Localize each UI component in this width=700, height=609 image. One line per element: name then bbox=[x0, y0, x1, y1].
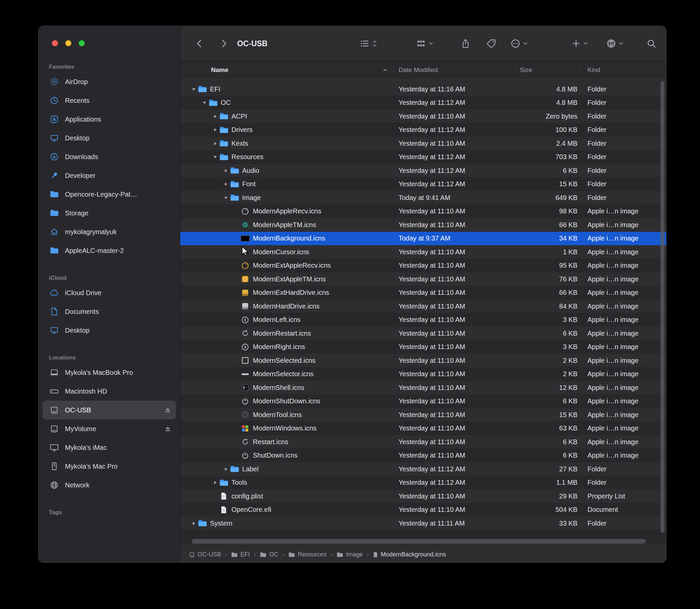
path-separator: › bbox=[330, 551, 333, 558]
column-header-size[interactable]: Size bbox=[515, 61, 580, 79]
column-header-date-modified[interactable]: Date Modified bbox=[394, 61, 515, 79]
disclosure-closed-icon[interactable] bbox=[211, 128, 219, 132]
sidebar-item-desktop[interactable]: Desktop bbox=[42, 321, 176, 340]
path-item-efi[interactable]: EFI bbox=[231, 551, 250, 558]
file-row-font[interactable]: FontYesterday at 11:12 AM15 KBFolder bbox=[180, 177, 666, 191]
path-item-modernbackground-icns[interactable]: ModernBackground.icns bbox=[373, 551, 446, 558]
folder-icon bbox=[219, 111, 228, 121]
file-row-modernselector-icns[interactable]: ModernSelector.icnsYesterday at 11:10 AM… bbox=[180, 367, 666, 381]
sidebar-item-macintosh-hd[interactable]: Macintosh HD bbox=[42, 382, 176, 401]
file-row-restart-icns[interactable]: Restart.icnsYesterday at 11:10 AM6 KBApp… bbox=[180, 435, 666, 449]
path-item-oc[interactable]: OC bbox=[260, 551, 278, 558]
sidebar-item-mykola-s-imac[interactable]: Mykola's iMac bbox=[42, 438, 176, 457]
tags-button[interactable] bbox=[486, 38, 496, 49]
path-item-resources[interactable]: Resources bbox=[288, 551, 327, 558]
file-kind: Folder bbox=[581, 123, 666, 137]
eject-icon[interactable] bbox=[164, 407, 171, 413]
eject-icon[interactable] bbox=[164, 426, 171, 432]
file-row-label[interactable]: LabelYesterday at 11:12 AM27 KBFolder bbox=[180, 462, 666, 476]
file-row-kexts[interactable]: KextsYesterday at 11:10 AM2.4 MBFolder bbox=[180, 137, 666, 151]
file-row-efi[interactable]: EFIYesterday at 11:16 AM4.8 MBFolder bbox=[180, 82, 666, 96]
close-window-button[interactable] bbox=[52, 40, 58, 46]
file-row-modernshell-icns[interactable]: ModernShell.icnsYesterday at 11:10 AM12 … bbox=[180, 381, 666, 395]
sidebar-item-mykola-s-mac-pro[interactable]: Mykola's Mac Pro bbox=[42, 457, 176, 476]
file-row-moderncursor-icns[interactable]: ModernCursor.icnsYesterday at 11:10 AM1 … bbox=[180, 245, 666, 259]
sidebar-item-developer[interactable]: Developer bbox=[42, 166, 176, 185]
file-row-modernrestart-icns[interactable]: ModernRestart.icnsYesterday at 11:10 AM6… bbox=[180, 327, 666, 340]
disclosure-closed-icon[interactable] bbox=[222, 182, 230, 186]
file-row-resources[interactable]: ResourcesYesterday at 11:12 AM703 KBFold… bbox=[180, 151, 666, 164]
sidebar-item-oc-usb[interactable]: OC-USB bbox=[42, 401, 176, 419]
file-row-oc[interactable]: OCYesterday at 11:12 AM4.8 MBFolder bbox=[180, 96, 666, 110]
sidebar-item-icloud-drive[interactable]: iCloud Drive bbox=[42, 283, 176, 302]
file-row-modernwindows-icns[interactable]: ModernWindows.icnsYesterday at 11:10 AM6… bbox=[180, 422, 666, 435]
file-row-acpi[interactable]: ACPIYesterday at 11:10 AMZero bytesFolde… bbox=[180, 109, 666, 123]
disclosure-closed-icon[interactable] bbox=[222, 169, 230, 173]
zoom-window-button[interactable] bbox=[79, 40, 85, 46]
disclosure-closed-icon[interactable] bbox=[190, 521, 198, 526]
share-button[interactable] bbox=[461, 38, 470, 49]
vertical-scrollbar[interactable] bbox=[661, 81, 665, 533]
file-row-modernapplerecv-icns[interactable]: ModernAppleRecv.icnsYesterday at 11:10 A… bbox=[180, 205, 666, 219]
disclosure-open-icon[interactable] bbox=[200, 101, 208, 105]
search-icon bbox=[646, 38, 657, 49]
sidebar-item-recents[interactable]: Recents bbox=[42, 91, 176, 110]
window-controls bbox=[52, 40, 85, 46]
file-row-audio[interactable]: AudioYesterday at 11:12 AM6 KBFolder bbox=[180, 164, 666, 177]
sidebar-item-mykola-s-macbook-pro[interactable]: Mykola's MacBook Pro bbox=[42, 363, 176, 382]
sidebar-item-opencore-legacy-pat[interactable]: Opencore-Legacy-Pat… bbox=[42, 185, 176, 204]
back-button[interactable] bbox=[192, 34, 208, 53]
name-cell: EFI bbox=[180, 82, 394, 96]
file-row-moderntool-icns[interactable]: ModernTool.icnsYesterday at 11:10 AM15 K… bbox=[180, 408, 666, 422]
name-cell: Label bbox=[180, 462, 394, 476]
group-by-button[interactable] bbox=[416, 38, 433, 49]
file-row-image[interactable]: ImageToday at 9:41 AM649 KBFolder bbox=[180, 191, 666, 205]
sidebar-item-mykolagrymalyuk[interactable]: mykolagrymalyuk bbox=[42, 223, 176, 241]
sidebar-item-storage[interactable]: Storage bbox=[42, 204, 176, 223]
file-row-modernextappletm-icns[interactable]: ModernExtAppleTM.icnsYesterday at 11:10 … bbox=[180, 272, 666, 286]
file-name: ModernExtHardDrive.icns bbox=[253, 289, 329, 296]
file-row-modernappletm-icns[interactable]: ModernAppleTM.icnsYesterday at 11:10 AM6… bbox=[180, 218, 666, 232]
file-row-system[interactable]: SystemYesterday at 11:11 AM33 KBFolder bbox=[180, 517, 666, 530]
file-row-drivers[interactable]: DriversYesterday at 11:12 AM100 KBFolder bbox=[180, 123, 666, 137]
disclosure-closed-icon[interactable] bbox=[211, 141, 219, 146]
sidebar-item-network[interactable]: Network bbox=[42, 476, 176, 494]
sidebar-item-desktop[interactable]: Desktop bbox=[42, 129, 176, 147]
disclosure-open-icon[interactable] bbox=[211, 155, 219, 159]
account-button[interactable] bbox=[606, 38, 624, 49]
more-actions-button[interactable] bbox=[510, 38, 528, 49]
disclosure-open-icon[interactable] bbox=[190, 87, 198, 91]
file-row-modernextapplerecv-icns[interactable]: ModernExtAppleRecv.icnsYesterday at 11:1… bbox=[180, 259, 666, 273]
disclosure-closed-icon[interactable] bbox=[211, 114, 219, 119]
file-row-modernbackground-icns[interactable]: ModernBackground.icnsToday at 9:37 AM34 … bbox=[180, 232, 666, 246]
disclosure-closed-icon[interactable] bbox=[211, 480, 219, 485]
sidebar-item-downloads[interactable]: Downloads bbox=[42, 147, 176, 166]
sidebar-item-applications[interactable]: Applications bbox=[42, 110, 176, 129]
file-row-tools[interactable]: ToolsYesterday at 11:12 AM1.1 MBFolder bbox=[180, 476, 666, 490]
disclosure-open-icon[interactable] bbox=[222, 196, 230, 199]
file-row-opencore-efi[interactable]: OpenCore.efiYesterday at 11:10 AM504 KBD… bbox=[180, 503, 666, 517]
forward-button[interactable] bbox=[216, 34, 232, 53]
file-row-modernselected-icns[interactable]: ModernSelected.icnsYesterday at 11:10 AM… bbox=[180, 354, 666, 367]
path-item-image[interactable]: Image bbox=[337, 551, 363, 558]
file-row-shutdown-icns[interactable]: ShutDown.icnsYesterday at 11:10 AM6 KBAp… bbox=[180, 449, 666, 463]
sidebar-item-applealc-master-2[interactable]: AppleALC-master-2 bbox=[42, 241, 176, 260]
minimize-window-button[interactable] bbox=[65, 40, 71, 46]
path-item-oc-usb[interactable]: OC-USB bbox=[189, 551, 221, 558]
column-header-name[interactable]: Name bbox=[180, 61, 393, 79]
sidebar-item-documents[interactable]: Documents bbox=[42, 302, 176, 321]
new-item-button[interactable] bbox=[572, 39, 588, 48]
file-row-modernextharddrive-icns[interactable]: ModernExtHardDrive.icnsYesterday at 11:1… bbox=[180, 286, 666, 300]
sidebar-item-airdrop[interactable]: AirDrop bbox=[42, 72, 176, 91]
disclosure-closed-icon[interactable] bbox=[222, 467, 230, 471]
search-button[interactable] bbox=[646, 38, 657, 49]
file-row-modernright-icns[interactable]: ModernRight.icnsYesterday at 11:10 AM3 K… bbox=[180, 340, 666, 354]
file-row-modernleft-icns[interactable]: ModernLeft.icnsYesterday at 11:10 AM3 KB… bbox=[180, 313, 666, 327]
column-header-kind[interactable]: Kind bbox=[581, 61, 666, 79]
view-options-button[interactable] bbox=[360, 38, 377, 49]
horizontal-scrollbar[interactable] bbox=[192, 539, 646, 544]
file-row-config-plist[interactable]: config.plistYesterday at 11:10 AM29 KBPr… bbox=[180, 489, 666, 503]
file-row-modernharddrive-icns[interactable]: ModernHardDrive.icnsYesterday at 11:10 A… bbox=[180, 299, 666, 313]
file-row-modernshutdown-icns[interactable]: ModernShutDown.icnsYesterday at 11:10 AM… bbox=[180, 395, 666, 408]
sidebar-item-myvolume[interactable]: MyVolume bbox=[42, 419, 176, 438]
